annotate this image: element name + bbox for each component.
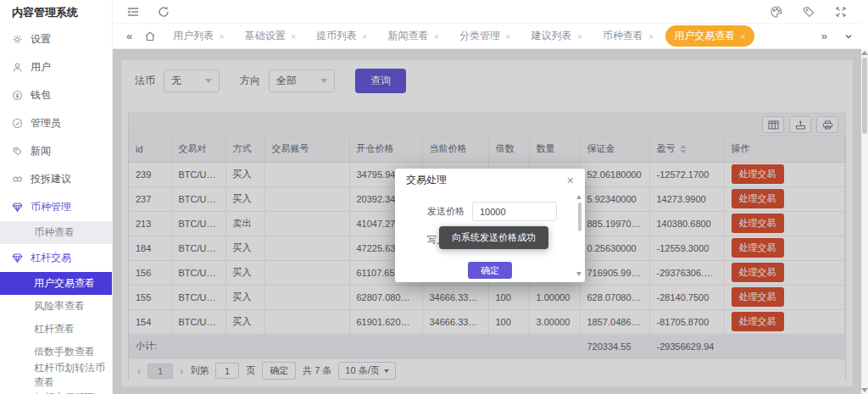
tab-close-icon[interactable]: × [219,31,224,42]
sidebar-item-用户交易查看[interactable]: 用户交易查看 [0,272,112,295]
wallet-icon [12,90,23,101]
sidebar-item-风险率查看[interactable]: 风险率查看 [0,295,112,318]
sidebar-item-投拆建议[interactable]: 投拆建议 [0,165,112,193]
page-scrollbar[interactable] [861,49,868,394]
sidebar-item-label: 新闻 [31,144,51,158]
tab-close-icon[interactable]: × [291,31,296,42]
sidebar-item-label: 风险率查看 [34,299,85,314]
sidebar-item-label: 用户 [31,60,51,75]
main-content: 法币 无 方向 全部 查询 [113,49,861,394]
sidebar-item-杠杆查看[interactable]: 杠杆查看 [0,318,112,341]
sidebar-item-label: 倍数手数查看 [34,345,95,359]
admin-icon [12,118,23,129]
scroll-up-icon[interactable] [861,51,868,55]
tab-close-icon[interactable]: × [740,31,745,42]
tabbar-right: » [816,30,853,42]
sidebar-item-管理员[interactable]: 管理员 [0,109,112,137]
send-price-row: 发送价格 [419,202,565,221]
sidebar-item-label: 钱包 [31,88,51,103]
tag-icon[interactable] [802,5,815,19]
app-window: 内容管理系统 设置 用户 钱包 管理员 新闻 投拆建议 币种管理 币种查看 杠杆… [0,0,868,394]
sidebar-item-钱包[interactable]: 钱包 [0,81,112,109]
toast-message: 向系统发送价格成功 [439,226,548,249]
gear-icon [12,34,23,45]
sidebar: 内容管理系统 设置 用户 钱包 管理员 新闻 投拆建议 币种管理 币种查看 杠杆… [0,0,113,394]
sidebar-item-币种查看[interactable]: 币种查看 [0,221,112,244]
dialog-title: 交易处理 [406,173,447,187]
sidebar-item-label: 杠杆交易管理 [34,391,95,394]
fullscreen-icon[interactable] [834,5,848,19]
tab-label: 用户交易查看 [674,29,735,43]
tab-label: 币种查看 [603,29,643,43]
sidebar-item-设置[interactable]: 设置 [0,25,112,53]
tabbar: « 用户列表 × 基础设置 × 提币列表 × 新闻查看 × 分类管理 × 建议列… [113,24,861,49]
tab-基础设置[interactable]: 基础设置 × [236,25,304,47]
tab-label: 分类管理 [459,29,500,43]
sidebar-item-label: 杠杆币划转法币查看 [34,361,112,390]
tab-close-icon[interactable]: × [362,31,367,42]
collapse-menu-icon[interactable] [126,5,140,19]
tab-close-icon[interactable]: × [576,31,581,42]
link-icon [12,174,23,185]
tab-分类管理[interactable]: 分类管理 × [451,25,519,47]
topbar [113,0,861,24]
tab-close-icon[interactable]: × [505,31,510,42]
tag-icon [12,146,23,157]
tab-label: 基础设置 [245,29,286,43]
sidebar-item-杠杆交易[interactable]: 杠杆交易 [0,244,112,272]
tab-用户交易查看[interactable]: 用户交易查看 × [665,25,754,47]
scroll-down-icon[interactable] [576,272,581,276]
scroll-up-icon[interactable] [576,195,581,199]
sidebar-menu: 设置 用户 钱包 管理员 新闻 投拆建议 币种管理 币种查看 杠杆交易 用户交易… [0,25,112,394]
sidebar-item-label: 币种管理 [31,200,71,214]
sidebar-item-label: 设置 [31,32,51,47]
tab-建议列表[interactable]: 建议列表 × [522,25,590,47]
tab-币种查看[interactable]: 币种查看 × [594,25,662,47]
app-title: 内容管理系统 [0,0,112,25]
tabs-scroll-right[interactable]: » [816,30,832,42]
tab-提币列表[interactable]: 提币列表 × [308,25,376,47]
tab-list: 用户列表 × 基础设置 × 提币列表 × 新闻查看 × 分类管理 × 建议列表 … [164,25,810,47]
tab-新闻查看[interactable]: 新闻查看 × [380,25,448,47]
dialog-scrollbar[interactable] [576,195,582,276]
sidebar-item-币种管理[interactable]: 币种管理 [0,193,112,221]
user-icon [12,62,23,73]
sidebar-item-label: 杠杆查看 [34,322,75,336]
trade-process-dialog: 交易处理 × 发送价格 写入行情 是 否 确定 [395,169,585,282]
refresh-icon[interactable] [157,5,170,19]
sidebar-item-label: 币种查看 [34,225,75,240]
topbar-right-icons [751,5,848,19]
dialog-header: 交易处理 × [395,169,585,191]
sidebar-item-新闻[interactable]: 新闻 [0,137,112,165]
tab-label: 提币列表 [316,29,357,43]
sidebar-item-杠杆币划转法币查看[interactable]: 杠杆币划转法币查看 [0,363,112,386]
sidebar-item-label: 投拆建议 [31,172,71,186]
tab-close-icon[interactable]: × [648,31,654,42]
sidebar-item-label: 杠杆交易 [31,251,71,265]
send-price-input[interactable] [472,202,557,221]
chevron-down-icon[interactable] [844,32,853,41]
send-price-label: 发送价格 [419,205,465,218]
tab-用户列表[interactable]: 用户列表 × [164,25,232,47]
gem-icon [12,202,23,213]
home-icon[interactable] [144,31,156,42]
theme-icon[interactable] [770,5,783,19]
tab-label: 新闻查看 [388,29,429,43]
scrollbar-thumb[interactable] [862,58,867,134]
tab-label: 用户列表 [173,29,214,43]
tab-label: 建议列表 [531,29,571,43]
scroll-down-icon[interactable] [861,388,868,392]
dialog-confirm-button[interactable]: 确定 [468,262,512,279]
gem-icon [12,252,23,264]
sidebar-item-用户[interactable]: 用户 [0,53,112,81]
tab-close-icon[interactable]: × [434,31,439,42]
sidebar-item-label: 管理员 [31,116,61,130]
close-icon[interactable]: × [567,175,574,186]
tabs-scroll-left[interactable]: « [121,30,137,42]
scrollbar-thumb[interactable] [578,203,581,231]
sidebar-item-label: 用户交易查看 [34,276,95,291]
